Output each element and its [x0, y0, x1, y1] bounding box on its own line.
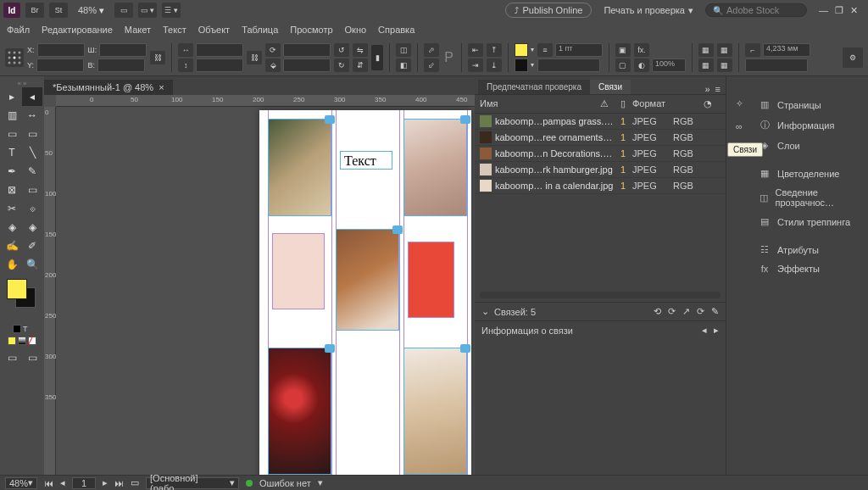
- stock-button[interactable]: St: [49, 3, 68, 18]
- vertical-ruler[interactable]: 0 50 100 150 200 250 300 350: [44, 107, 56, 475]
- w-input[interactable]: [99, 43, 147, 57]
- pen-tool[interactable]: ✒: [2, 162, 22, 181]
- close-icon[interactable]: ✕: [850, 5, 858, 16]
- constrain-icon[interactable]: ⛓: [150, 51, 165, 64]
- properties-icon[interactable]: ⟡: [732, 95, 747, 110]
- pencil-tool[interactable]: ✎: [22, 162, 42, 181]
- bridge-button[interactable]: Br: [25, 3, 44, 18]
- y-input[interactable]: [36, 58, 84, 72]
- image-frame[interactable]: [268, 348, 331, 475]
- next-page-icon[interactable]: ▸: [103, 477, 108, 488]
- prev-page-icon[interactable]: ◂: [60, 477, 65, 488]
- last-page-icon[interactable]: ⏭: [114, 478, 124, 488]
- link-row[interactable]: kaboomp…ree ornaments.jpg1JPEGRGB: [475, 130, 726, 146]
- color-swatches[interactable]: [7, 279, 37, 309]
- fill-swatch[interactable]: [515, 43, 528, 57]
- panel-scrollbar[interactable]: [480, 292, 721, 298]
- edit-original-icon[interactable]: ✎: [711, 306, 719, 317]
- note-tool[interactable]: ✍: [2, 237, 22, 255]
- gradient-feather-tool[interactable]: ◈: [22, 218, 42, 237]
- screen-mode-button[interactable]: ▭ ▾: [138, 3, 157, 18]
- stroke-weight-input[interactable]: 1 пт: [555, 43, 603, 57]
- rotate-icon[interactable]: ⟳: [265, 43, 281, 57]
- relink-cc-icon[interactable]: ⟲: [654, 306, 661, 317]
- zoom-indicator[interactable]: 48% ▾: [73, 5, 109, 16]
- effects-icon[interactable]: fx.: [634, 43, 649, 57]
- align-left-icon[interactable]: ⇤: [468, 43, 483, 57]
- apply-gradient-icon[interactable]: [18, 337, 26, 345]
- relink-icon[interactable]: ⟳: [668, 306, 676, 317]
- opacity-input[interactable]: 100%: [652, 58, 686, 72]
- scale-y-icon[interactable]: ↕: [178, 58, 193, 72]
- gradient-swatch-tool[interactable]: ◈: [2, 218, 22, 237]
- panel-separations[interactable]: ▦Цветоделение: [752, 164, 868, 183]
- panel-attributes[interactable]: ☷Атрибуты: [752, 240, 868, 259]
- image-frame[interactable]: [268, 119, 331, 216]
- color-col-icon[interactable]: ◔: [704, 98, 721, 109]
- status-errors[interactable]: Ошибок нет: [259, 478, 311, 488]
- text-wrap-jump-icon[interactable]: ▦: [717, 58, 732, 72]
- minimize-icon[interactable]: ―: [819, 5, 828, 16]
- ref-point-widget[interactable]: [5, 48, 24, 67]
- hand-tool[interactable]: ✋: [2, 255, 22, 274]
- control-menu-icon[interactable]: ⚙: [843, 47, 863, 68]
- flip-v-icon[interactable]: ⇵: [353, 58, 368, 72]
- panel-flattener[interactable]: ◫Сведение прозрачнос…: [752, 183, 868, 212]
- normal-view-icon[interactable]: ▭: [2, 348, 22, 367]
- link-row[interactable]: kaboomp…rk hamburger.jpg1JPEGRGB: [475, 162, 726, 178]
- apply-color-icon[interactable]: [8, 337, 16, 345]
- cc-libraries-icon[interactable]: ∞: [732, 119, 747, 134]
- shear-icon[interactable]: ⬙: [265, 58, 281, 72]
- text-wrap-shape-icon[interactable]: ▦: [717, 43, 732, 57]
- rotate-cw-icon[interactable]: ↻: [334, 58, 349, 72]
- panel-pages[interactable]: ▥Страницы: [752, 95, 868, 114]
- gap-tool[interactable]: ↔: [22, 106, 42, 125]
- x-input[interactable]: [37, 43, 85, 57]
- flip-h-icon[interactable]: ⇋: [353, 43, 368, 57]
- links-list[interactable]: kaboomp…pampas grass.jpg1JPEGRGB kaboomp…: [475, 114, 726, 194]
- image-frame[interactable]: [403, 348, 467, 475]
- zoom-tool[interactable]: 🔍: [22, 255, 42, 274]
- goto-link-icon[interactable]: ↗: [682, 306, 690, 317]
- select-container-icon[interactable]: ◫: [396, 43, 411, 57]
- h-input[interactable]: [97, 58, 145, 72]
- rectangle-tool[interactable]: ▭: [22, 181, 42, 199]
- status-zoom[interactable]: 48% ▾: [5, 477, 37, 489]
- select-content-icon[interactable]: ◧: [396, 58, 411, 72]
- page-col-icon[interactable]: ▯: [614, 98, 632, 109]
- scissors-tool[interactable]: ✂: [2, 199, 22, 218]
- content-collector-tool[interactable]: ▭: [2, 125, 22, 143]
- image-frame[interactable]: [336, 229, 399, 331]
- update-link-icon[interactable]: ⟳: [697, 306, 704, 317]
- next-link-icon[interactable]: ▸: [714, 325, 719, 336]
- direct-selection-tool[interactable]: ◂: [22, 87, 42, 106]
- collapse-panel-icon[interactable]: »: [704, 84, 709, 94]
- selection-tool[interactable]: ▸: [2, 87, 22, 106]
- stroke-swatch[interactable]: [515, 58, 528, 72]
- chevron-down-icon[interactable]: ⌄: [481, 306, 489, 317]
- rectangle-frame[interactable]: [272, 233, 325, 309]
- open-icon[interactable]: ▭: [131, 477, 139, 488]
- menu-edit[interactable]: Редактирование: [42, 25, 113, 35]
- panel-effects[interactable]: fxЭффекты: [752, 259, 868, 278]
- menu-help[interactable]: Справка: [378, 25, 415, 35]
- flip-vertical-icon[interactable]: ⬃: [424, 58, 439, 72]
- prev-link-icon[interactable]: ◂: [702, 325, 707, 336]
- preflight-status-icon[interactable]: [246, 480, 253, 487]
- text-frame[interactable]: Текст: [340, 151, 392, 170]
- menu-window[interactable]: Окно: [345, 25, 367, 35]
- align-bottom-icon[interactable]: ⤓: [487, 58, 502, 72]
- image-frame[interactable]: [403, 119, 467, 216]
- view-options-button[interactable]: ☰ ▾: [162, 3, 181, 18]
- constrain-scale-icon[interactable]: ⛓: [247, 51, 262, 64]
- arrange-button[interactable]: ▭: [114, 3, 133, 18]
- text-wrap-none-icon[interactable]: ▦: [698, 43, 714, 57]
- apply-none-icon[interactable]: ╱: [28, 337, 36, 345]
- panel-menu-icon[interactable]: ≡: [715, 84, 721, 94]
- link-row[interactable]: kaboomp…n Decorations.jpg1JPEGRGB: [475, 146, 726, 162]
- status-col-icon[interactable]: ⚠: [595, 98, 614, 109]
- corner-shape-input[interactable]: [745, 58, 808, 72]
- link-row[interactable]: kaboomp…pampas grass.jpg1JPEGRGB: [475, 114, 726, 130]
- swap-default-colors[interactable]: T: [13, 325, 31, 333]
- close-tab-icon[interactable]: ×: [159, 82, 164, 92]
